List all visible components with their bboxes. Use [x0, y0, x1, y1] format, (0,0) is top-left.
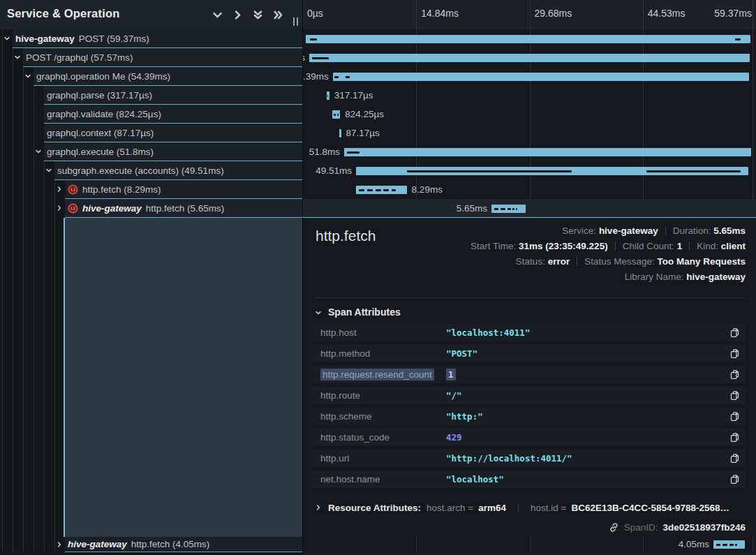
span-duration-bar[interactable] — [339, 129, 341, 138]
span-duration-bar[interactable] — [306, 35, 750, 43]
double-chevron-right-icon[interactable] — [272, 9, 284, 21]
copy-icon[interactable] — [729, 369, 740, 380]
span-tree-row[interactable]: graphql.validate (824.25µs) — [44, 105, 303, 124]
double-chevron-down-icon[interactable] — [252, 9, 264, 21]
child-span-mark — [347, 151, 360, 154]
span-duration-bar[interactable] — [713, 540, 745, 549]
chevron-right-icon[interactable] — [55, 540, 64, 549]
child-span-mark — [310, 38, 317, 40]
resource-attr-value: arm64 — [478, 503, 506, 513]
attribute-row[interactable]: http.status_code429 — [313, 429, 746, 446]
meta-value: 5.65ms — [713, 225, 746, 236]
span-operation-name: graphql.validate (824.25µs) — [47, 109, 161, 119]
span-duration-bar[interactable] — [309, 54, 750, 62]
timeline-row — [303, 29, 756, 48]
meta-value: hive-gateway — [686, 272, 746, 282]
chevron-right-icon[interactable] — [55, 185, 64, 193]
span-attributes-header[interactable]: Span Attributes — [314, 306, 401, 318]
copy-icon[interactable] — [729, 474, 740, 484]
child-span-mark — [337, 114, 339, 116]
span-tree-panel: Service & Operation hive-gatewayPOST (59… — [0, 0, 303, 555]
span-tree-row[interactable]: graphql.parse (317.17µs) — [44, 86, 303, 105]
copy-icon[interactable] — [729, 327, 740, 338]
resource-attr-key: host.arch = — [427, 503, 473, 513]
chevron-right-icon[interactable] — [232, 9, 244, 21]
span-tree-row[interactable]: hive-gatewayPOST (59.37ms) — [13, 29, 303, 48]
attribute-row[interactable]: http.request.resend_count1 — [313, 366, 746, 383]
span-operation-name: graphql.context (87.17µs) — [47, 128, 154, 138]
meta-divider — [577, 257, 577, 266]
attribute-row[interactable]: http.url"http://localhost:4011/" — [313, 450, 746, 467]
span-duration-bar[interactable] — [356, 167, 748, 175]
child-span-mark — [494, 208, 498, 210]
chevron-down-icon[interactable] — [45, 166, 53, 175]
panel-resize-handle[interactable] — [293, 17, 298, 26]
span-tree-row[interactable]: POST /graphql (57.57ms) — [23, 48, 303, 67]
child-span-mark — [501, 208, 505, 210]
chevron-down-icon[interactable] — [24, 72, 32, 80]
detail-span-title: http.fetch — [316, 228, 376, 244]
copy-icon[interactable] — [729, 348, 740, 359]
resource-attr-key: host.id = — [531, 503, 566, 513]
chevron-down-icon[interactable] — [13, 53, 22, 61]
link-icon[interactable] — [609, 522, 619, 533]
chevron-down-icon[interactable] — [212, 9, 223, 21]
attribute-key: http.request.resend_count — [320, 369, 446, 380]
selected-row-underline — [303, 217, 756, 218]
child-span-mark — [383, 189, 389, 191]
timeline-row: 49.51ms — [303, 161, 756, 180]
copy-icon[interactable] — [729, 432, 740, 443]
child-span-mark — [346, 76, 350, 78]
span-duration-bar[interactable] — [491, 205, 526, 213]
axis-tick-label: 0µs — [307, 8, 323, 19]
attribute-key: http.route — [320, 390, 446, 401]
attribute-value: "http://localhost:4011/" — [446, 453, 572, 464]
child-span-mark — [334, 76, 339, 78]
resource-attributes-row[interactable]: Resource Attributes: host.arch = arm64ho… — [314, 500, 746, 515]
span-tree-row[interactable]: graphql.operation Me (54.39ms) — [34, 67, 303, 86]
attribute-row[interactable]: http.host"localhost:4011" — [313, 324, 746, 341]
attribute-row[interactable]: http.route"/" — [313, 387, 746, 404]
span-duration-bar[interactable] — [332, 110, 340, 119]
attribute-value: "http:" — [446, 411, 483, 422]
attribute-row[interactable]: net.host.name"localhost" — [313, 471, 746, 488]
spanid-label: SpanID: — [624, 522, 658, 533]
timeline-panel: 0µs14.84ms29.68ms44.53ms59.37ms 57.57ms5… — [303, 0, 756, 555]
span-tree-row[interactable]: subgraph.execute (accounts) (49.51ms) — [54, 161, 303, 180]
span-duration-bar[interactable] — [356, 186, 407, 194]
span-duration-bar[interactable] — [333, 73, 749, 81]
trace-viewer-app: Service & Operation hive-gatewayPOST (59… — [0, 0, 756, 555]
attribute-row[interactable]: http.method"POST" — [313, 345, 746, 362]
attribute-key: http.scheme — [320, 411, 446, 422]
meta-label: Status: — [516, 256, 548, 267]
span-tree-row[interactable]: hive-gatewayhttp.fetch (4.05ms) — [65, 537, 303, 552]
span-tree-row[interactable]: hive-gatewayhttp.fetch (5.65ms) — [65, 199, 303, 218]
span-operation-name: POST /graphql (57.57ms) — [26, 52, 133, 63]
chevron-down-icon[interactable] — [3, 34, 11, 43]
span-tree-row[interactable]: graphql.context (87.17µs) — [44, 124, 303, 142]
chevron-right-icon[interactable] — [55, 204, 64, 212]
span-tree-row[interactable]: http.fetch (8.29ms) — [65, 180, 303, 199]
meta-divider — [518, 503, 519, 512]
span-duration-bar[interactable] — [344, 148, 751, 156]
meta-label: Service: — [562, 225, 599, 236]
child-span-mark — [407, 170, 572, 172]
copy-icon[interactable] — [729, 390, 740, 401]
bar-duration-label: 57.57ms — [303, 48, 305, 67]
meta-label: Kind: — [697, 241, 721, 251]
attribute-row[interactable]: http.scheme"http:" — [313, 408, 746, 425]
span-operation-name: http.fetch (4.05ms) — [131, 539, 210, 549]
child-span-mark — [507, 208, 511, 210]
meta-divider — [689, 242, 690, 251]
resource-attributes-title: Resource Attributes: — [328, 503, 421, 513]
chevron-right-icon — [314, 503, 323, 512]
bar-duration-label: 87.17µs — [346, 124, 380, 142]
copy-icon[interactable] — [729, 453, 740, 464]
span-tree-row[interactable]: graphql.execute (51.8ms) — [44, 142, 303, 161]
child-span-mark — [646, 170, 741, 172]
span-duration-bar[interactable] — [327, 91, 329, 100]
copy-icon[interactable] — [729, 411, 740, 422]
attribute-key: net.host.name — [320, 474, 446, 484]
meta-divider — [665, 226, 666, 235]
chevron-down-icon[interactable] — [34, 147, 43, 156]
